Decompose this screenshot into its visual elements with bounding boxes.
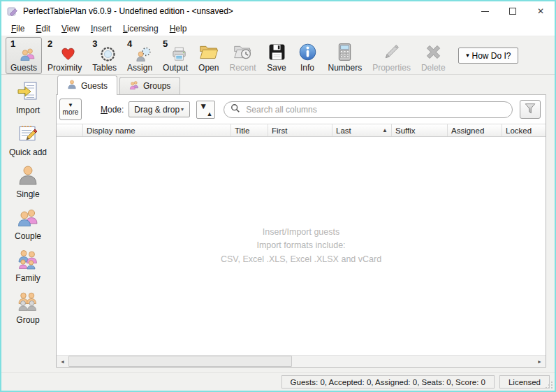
window-title: PerfectTablePlan v6.0.9 - Undefined edit…	[23, 6, 233, 16]
minimize-icon	[481, 11, 489, 12]
scrollbar-thumb[interactable]	[68, 356, 292, 367]
save-icon	[267, 39, 287, 62]
column-header-title[interactable]: Title	[231, 124, 268, 136]
pencil-icon	[381, 39, 402, 62]
mode-label: Mode:	[101, 105, 124, 115]
search-icon	[231, 103, 240, 116]
column-header-locked[interactable]: Locked	[502, 124, 546, 136]
sidebar-item-couple[interactable]: Couple	[15, 206, 41, 241]
column-header-first[interactable]: First	[268, 124, 332, 136]
app-icon	[7, 6, 18, 17]
sort-ascending-icon: ▲	[206, 110, 212, 117]
column-header-suffix[interactable]: Suffix	[392, 124, 448, 136]
more-button[interactable]: ▼ more	[59, 99, 82, 120]
empty-state-line: Import formats include:	[256, 239, 345, 252]
guest-summary-panel: Guests: 0, Accepted: 0, Assigned: 0, Sea…	[281, 375, 495, 389]
group-icon	[17, 290, 39, 314]
sidebar-item-single[interactable]: Single	[16, 164, 39, 199]
filter-button[interactable]	[520, 100, 541, 119]
quick-add-icon	[17, 122, 39, 147]
groups-people-icon	[129, 80, 139, 92]
toolbar-button-open[interactable]: Open	[193, 37, 224, 74]
insert-sidebar: Import Quick add Single Couple	[1, 75, 54, 372]
sort-up-icon: ▲	[382, 127, 388, 133]
toolbar-button-numbers[interactable]: Numbers	[323, 37, 367, 74]
toolbar-button-tables[interactable]: 3 Tables	[87, 37, 122, 74]
column-header-selector[interactable]	[57, 124, 83, 136]
status-bar: Guests: 0, Accepted: 0, Assigned: 0, Sea…	[1, 372, 555, 391]
chevron-down-icon: ▼	[68, 103, 73, 109]
minimize-button[interactable]	[471, 1, 499, 21]
menu-view[interactable]: View	[56, 22, 85, 36]
menu-file[interactable]: File	[6, 22, 30, 36]
toolbar-button-output[interactable]: 5 Output	[158, 37, 193, 74]
menu-licensing[interactable]: Licensing	[117, 22, 164, 36]
guest-table-header: Display name Title First Last▲ Suffix As…	[57, 124, 546, 137]
calculator-icon	[335, 39, 355, 62]
search-input[interactable]	[244, 104, 508, 115]
stage-number-5: 5	[163, 38, 168, 49]
main-area: Import Quick add Single Couple	[1, 75, 555, 372]
scroll-right-button[interactable]: ►	[534, 356, 546, 367]
toolbar-button-properties[interactable]: Properties	[367, 37, 416, 74]
couple-icon	[17, 206, 39, 231]
empty-state-line: CSV, Excel .XLS, Excel .XLSX and vCard	[221, 253, 381, 266]
menu-bar: File Edit View Insert Licensing Help	[1, 21, 555, 36]
sidebar-item-family[interactable]: Family	[15, 248, 40, 283]
maximize-button[interactable]	[499, 1, 527, 21]
resize-grip[interactable]	[551, 387, 553, 389]
maximize-icon	[509, 8, 516, 15]
toolbar-button-assign[interactable]: 4 Assign	[122, 37, 157, 74]
menu-insert[interactable]: Insert	[85, 22, 117, 36]
sidebar-item-import[interactable]: Import	[16, 80, 40, 115]
guests-panel: ▼ more Mode: Drag & drop ▼ ▼ ▲	[56, 94, 546, 368]
app-window: PerfectTablePlan v6.0.9 - Undefined edit…	[0, 0, 556, 392]
search-box	[224, 101, 513, 118]
mode-dropdown-value: Drag & drop	[134, 105, 180, 115]
how-do-i-button[interactable]: ▼ How Do I?	[458, 48, 518, 64]
dropdown-arrow-icon: ▼	[465, 52, 471, 59]
main-toolbar: 1 Guests 2 Proximity 3 Tables 4 A	[1, 36, 555, 75]
stage-number-4: 4	[127, 38, 132, 49]
guests-icon	[13, 39, 36, 62]
dropdown-arrow-icon: ▼	[180, 107, 184, 112]
empty-state-line: Insert/Import guests	[263, 226, 339, 239]
menu-help[interactable]: Help	[164, 22, 193, 36]
guest-person-icon	[67, 80, 77, 92]
license-status-panel: Licensed	[499, 375, 550, 389]
toolbar-button-proximity[interactable]: 2 Proximity	[43, 37, 87, 74]
toolbar-button-save[interactable]: Save	[262, 37, 292, 74]
tab-guests[interactable]: Guests	[57, 75, 117, 95]
single-person-icon	[17, 164, 39, 189]
column-header-assigned[interactable]: Assigned	[448, 124, 502, 136]
horizontal-scrollbar: ◄ ►	[57, 355, 546, 367]
toolbar-button-recent[interactable]: Recent	[224, 37, 261, 74]
window-controls: ✕	[471, 1, 555, 21]
delete-x-icon	[423, 39, 444, 62]
family-icon	[17, 248, 39, 273]
title-bar: PerfectTablePlan v6.0.9 - Undefined edit…	[1, 1, 555, 21]
mode-dropdown[interactable]: Drag & drop ▼	[129, 101, 190, 117]
scroll-left-button[interactable]: ◄	[57, 356, 68, 367]
open-folder-icon	[198, 39, 219, 62]
close-icon: ✕	[537, 6, 544, 16]
heart-icon	[53, 39, 76, 62]
toolbar-button-delete[interactable]: Delete	[416, 37, 451, 74]
column-header-display-name[interactable]: Display name	[83, 124, 231, 136]
sidebar-item-group[interactable]: Group	[16, 290, 39, 325]
toolbar-button-info[interactable]: Info	[293, 37, 323, 74]
empty-guest-list: Insert/Import guests Import formats incl…	[57, 137, 546, 355]
sort-order-button[interactable]: ▼ ▲	[196, 101, 215, 119]
funnel-icon	[524, 102, 536, 117]
menu-edit[interactable]: Edit	[30, 22, 56, 36]
tab-groups[interactable]: Groups	[119, 77, 180, 94]
mode-row: ▼ more Mode: Drag & drop ▼ ▼ ▲	[57, 95, 546, 124]
stage-number-1: 1	[10, 38, 15, 49]
scrollbar-track[interactable]	[68, 356, 534, 367]
scroll-right-icon: ►	[537, 359, 542, 364]
column-header-last[interactable]: Last▲	[332, 124, 392, 136]
toolbar-button-guests[interactable]: 1 Guests	[6, 37, 42, 74]
info-icon	[298, 39, 318, 62]
close-button[interactable]: ✕	[527, 1, 555, 21]
sidebar-item-quick-add[interactable]: Quick add	[9, 122, 47, 157]
